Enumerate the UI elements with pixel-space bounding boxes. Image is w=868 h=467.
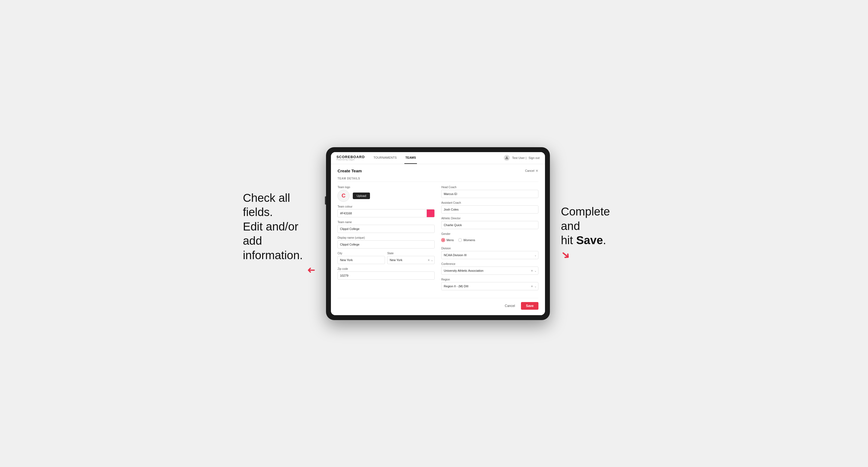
state-select-wrapper: New York ✕ ⌄ [387,256,435,264]
annotation-left: Check all fields.Edit and/or addinformat… [243,191,315,276]
region-label: Region [441,278,538,281]
logo-area: SCOREBOARD Powered by clippit [336,155,365,161]
arrow-down-right-icon: ➜ [558,247,577,265]
city-label: City [338,252,385,255]
modal-header: Create Team Cancel ✕ [338,168,538,173]
cancel-button[interactable]: Cancel [502,302,518,309]
modal-title: Create Team [338,168,362,173]
team-logo-group: Team logo C Upload [338,186,435,202]
conference-group: Conference University Athletic Associati… [441,262,538,275]
user-label: Test User | [512,156,526,159]
radio-womens[interactable]: Womens [458,238,475,242]
radio-mens-dot [441,238,445,242]
color-field-wrapper [338,209,435,217]
region-dropdown-wrapper: Region II - (M) DIII ✕ ⌄ [441,282,538,290]
annotation-right-text: Complete andhit Save. [561,205,625,248]
athletic-director-input[interactable] [441,221,538,229]
sign-out-link[interactable]: Sign out [529,156,539,159]
athletic-director-label: Athletic Director [441,217,538,220]
nav-links: TOURNAMENTS TEAMS [372,152,504,164]
radio-group: Mens Womens [441,237,538,244]
annotation-right: Complete andhit Save. ➜ [561,205,625,262]
user-avatar [504,155,510,161]
radio-mens[interactable]: Mens [441,238,454,242]
team-name-input[interactable] [338,225,435,233]
team-colour-group: Team colour [338,205,435,217]
head-coach-group: Head Coach [441,186,538,198]
division-dropdown-wrapper: NCAA Division III ⌄ [441,251,538,259]
form-col-right: Head Coach Assistant Coach Athletic Dire… [441,186,538,293]
gender-group: Gender Mens Womens [441,232,538,244]
logo-circle: C [338,190,349,202]
conference-clear-icon[interactable]: ✕ [531,269,533,272]
city-state-row: City State New York ✕ [338,252,435,264]
save-button[interactable]: Save [521,302,538,310]
head-coach-input[interactable] [441,190,538,198]
logo-title: SCOREBOARD [336,155,365,159]
assistant-coach-input[interactable] [441,206,538,214]
logo-upload-area: C Upload [338,190,435,202]
assistant-coach-label: Assistant Coach [441,201,538,204]
conference-select[interactable]: University Athletic Association [441,267,538,275]
zip-code-group: Zip code [338,268,435,280]
color-swatch[interactable] [427,209,435,217]
city-state-group: City State New York ✕ [338,252,435,264]
logo-subtitle: Powered by clippit [336,159,365,161]
radio-womens-label: Womens [463,239,475,242]
modal-area: Create Team Cancel ✕ TEAM DETAILS Team l… [331,164,545,315]
division-label: Division [441,247,538,250]
zip-input[interactable] [338,272,435,280]
display-name-label: Display name (unique) [338,236,435,239]
display-name-input[interactable] [338,240,435,249]
team-colour-input[interactable] [338,209,427,217]
gender-label: Gender [441,232,538,236]
close-icon: ✕ [535,169,538,173]
nav-teams[interactable]: TEAMS [404,152,417,164]
division-group: Division NCAA Division III ⌄ [441,247,538,259]
arrow-left-icon: ➜ [243,264,315,276]
radio-mens-label: Mens [446,239,454,242]
tablet-screen: SCOREBOARD Powered by clippit TOURNAMENT… [331,152,545,315]
form-grid: Team logo C Upload Team colour [338,186,538,293]
athletic-director-group: Athletic Director [441,217,538,229]
modal-footer: Cancel Save [338,298,538,310]
zip-label: Zip code [338,268,435,270]
nav-right: Test User | Sign out [504,155,539,161]
head-coach-label: Head Coach [441,186,538,189]
state-clear-icon[interactable]: ✕ [428,258,430,261]
form-col-left: Team logo C Upload Team colour [338,186,435,293]
region-select[interactable]: Region II - (M) DIII [441,282,538,290]
tablet-frame: SCOREBOARD Powered by clippit TOURNAMENT… [326,147,550,320]
city-subgroup: City [338,252,385,264]
modal-cancel-top[interactable]: Cancel ✕ [525,169,538,173]
display-name-group: Display name (unique) [338,236,435,249]
navbar: SCOREBOARD Powered by clippit TOURNAMENT… [331,152,545,164]
team-name-label: Team name [338,221,435,224]
conference-dropdown-wrapper: University Athletic Association ✕ ⌄ [441,267,538,275]
city-input[interactable] [338,256,385,264]
section-label: TEAM DETAILS [338,177,538,182]
annotation-left-text: Check all fields.Edit and/or addinformat… [243,191,315,263]
state-label: State [387,252,435,255]
team-name-group: Team name [338,221,435,233]
region-clear-icon[interactable]: ✕ [531,285,533,287]
nav-tournaments[interactable]: TOURNAMENTS [372,152,398,164]
division-select[interactable]: NCAA Division III [441,251,538,259]
conference-label: Conference [441,262,538,266]
state-subgroup: State New York ✕ ⌄ [387,252,435,264]
upload-button[interactable]: Upload [353,192,370,199]
team-colour-label: Team colour [338,205,435,208]
assistant-coach-group: Assistant Coach [441,201,538,214]
team-logo-label: Team logo [338,186,435,189]
region-group: Region Region II - (M) DIII ✕ ⌄ [441,278,538,290]
radio-womens-dot [458,238,462,242]
